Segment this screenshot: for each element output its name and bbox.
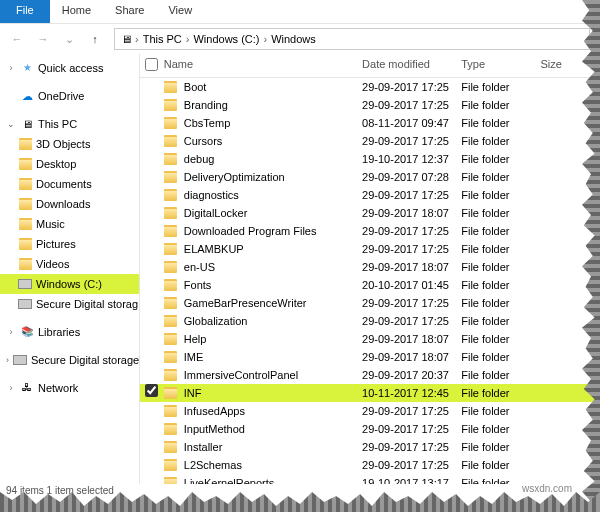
nav-label: Desktop xyxy=(36,156,76,172)
nav-pictures[interactable]: Pictures xyxy=(0,234,139,254)
nav-label: This PC xyxy=(38,116,77,132)
table-row[interactable]: Boot29-09-2017 17:25File folder xyxy=(140,78,600,96)
table-row[interactable]: L2Schemas29-09-2017 17:25File folder xyxy=(140,456,600,474)
folder-icon xyxy=(18,237,32,251)
file-type: File folder xyxy=(461,438,540,456)
file-type: File folder xyxy=(461,330,540,348)
folder-icon xyxy=(18,197,32,211)
breadcrumb-windows[interactable]: Windows xyxy=(269,33,318,45)
file-date: 29-09-2017 07:28 xyxy=(362,168,461,186)
folder-icon xyxy=(18,137,32,151)
address-bar[interactable]: › This PC › Windows (C:) › Windows xyxy=(114,28,590,50)
table-row[interactable]: CbsTemp08-11-2017 09:47File folder xyxy=(140,114,600,132)
select-all-checkbox[interactable] xyxy=(145,58,158,71)
file-name: ImmersiveControlPanel xyxy=(184,366,298,384)
col-checkbox[interactable] xyxy=(140,58,164,73)
nav-label: Music xyxy=(36,216,65,232)
folder-icon xyxy=(164,296,178,310)
table-row[interactable]: Help29-09-2017 18:07File folder xyxy=(140,330,600,348)
file-type: File folder xyxy=(461,150,540,168)
file-name: Installer xyxy=(184,438,223,456)
table-row[interactable]: Downloaded Program Files29-09-2017 17:25… xyxy=(140,222,600,240)
pc-icon xyxy=(20,117,34,131)
table-row[interactable]: INF10-11-2017 12:45File folder xyxy=(140,384,600,402)
nav-label: Network xyxy=(38,380,78,396)
file-name: Globalization xyxy=(184,312,248,330)
nav-label: Secure Digital storag xyxy=(36,296,138,312)
file-name: Boot xyxy=(184,78,207,96)
navigation-pane: ›Quick access OneDrive ⌄This PC 3D Objec… xyxy=(0,54,140,484)
file-date: 20-10-2017 01:45 xyxy=(362,276,461,294)
nav-sds2[interactable]: ›Secure Digital storage xyxy=(0,350,139,370)
file-type: File folder xyxy=(461,348,540,366)
table-row[interactable]: ImmersiveControlPanel29-09-2017 20:37Fil… xyxy=(140,366,600,384)
content-area: ›Quick access OneDrive ⌄This PC 3D Objec… xyxy=(0,54,600,484)
file-date: 29-09-2017 17:25 xyxy=(362,222,461,240)
table-row[interactable]: debug19-10-2017 12:37File folder xyxy=(140,150,600,168)
table-row[interactable]: ELAMBKUP29-09-2017 17:25File folder xyxy=(140,240,600,258)
table-row[interactable]: IME29-09-2017 18:07File folder xyxy=(140,348,600,366)
table-row[interactable]: Branding29-09-2017 17:25File folder xyxy=(140,96,600,114)
folder-icon xyxy=(164,278,178,292)
tab-home[interactable]: Home xyxy=(50,0,103,23)
folder-icon xyxy=(18,157,32,171)
nav-3dobjects[interactable]: 3D Objects xyxy=(0,134,139,154)
file-type: File folder xyxy=(461,402,540,420)
nav-label: Pictures xyxy=(36,236,76,252)
file-type: File folder xyxy=(461,222,540,240)
table-row[interactable]: Installer29-09-2017 17:25File folder xyxy=(140,438,600,456)
file-name: InputMethod xyxy=(184,420,245,438)
file-name: INF xyxy=(184,384,202,402)
breadcrumb-thispc[interactable]: This PC xyxy=(141,33,184,45)
file-name: en-US xyxy=(184,258,215,276)
nav-thispc[interactable]: ⌄This PC xyxy=(0,114,139,134)
tab-file[interactable]: File xyxy=(0,0,50,23)
nav-music[interactable]: Music xyxy=(0,214,139,234)
cloud-icon xyxy=(20,89,34,103)
ribbon-tabs: File Home Share View xyxy=(0,0,600,24)
back-button[interactable]: ← xyxy=(6,28,28,50)
table-row[interactable]: GameBarPresenceWriter29-09-2017 17:25Fil… xyxy=(140,294,600,312)
nav-quick-access[interactable]: ›Quick access xyxy=(0,58,139,78)
folder-icon xyxy=(164,260,178,274)
nav-label: Documents xyxy=(36,176,92,192)
file-type: File folder xyxy=(461,366,540,384)
table-row[interactable]: Fonts20-10-2017 01:45File folder xyxy=(140,276,600,294)
nav-windowsc[interactable]: Windows (C:) xyxy=(0,274,139,294)
table-row[interactable]: en-US29-09-2017 18:07File folder xyxy=(140,258,600,276)
table-row[interactable]: Globalization29-09-2017 17:25File folder xyxy=(140,312,600,330)
nav-desktop[interactable]: Desktop xyxy=(0,154,139,174)
breadcrumb-drive[interactable]: Windows (C:) xyxy=(191,33,261,45)
nav-label: Secure Digital storage xyxy=(31,352,139,368)
col-type[interactable]: Type xyxy=(461,58,540,73)
folder-icon xyxy=(164,98,178,112)
table-row[interactable]: Cursors29-09-2017 17:25File folder xyxy=(140,132,600,150)
folder-icon xyxy=(18,217,32,231)
nav-network[interactable]: ›Network xyxy=(0,378,139,398)
nav-label: Videos xyxy=(36,256,69,272)
table-row[interactable]: DigitalLocker29-09-2017 18:07File folder xyxy=(140,204,600,222)
col-name[interactable]: Name xyxy=(164,58,362,73)
file-name: LiveKernelReports xyxy=(184,474,275,484)
table-row[interactable]: DeliveryOptimization29-09-2017 07:28File… xyxy=(140,168,600,186)
forward-button[interactable]: → xyxy=(32,28,54,50)
nav-documents[interactable]: Documents xyxy=(0,174,139,194)
tab-view[interactable]: View xyxy=(156,0,204,23)
nav-sds1[interactable]: Secure Digital storag xyxy=(0,294,139,314)
file-date: 29-09-2017 18:07 xyxy=(362,330,461,348)
col-date[interactable]: Date modified xyxy=(362,58,461,73)
up-button[interactable]: ↑ xyxy=(84,28,106,50)
table-row[interactable]: diagnostics29-09-2017 17:25File folder xyxy=(140,186,600,204)
file-date: 08-11-2017 09:47 xyxy=(362,114,461,132)
nav-onedrive[interactable]: OneDrive xyxy=(0,86,139,106)
nav-libraries[interactable]: ›Libraries xyxy=(0,322,139,342)
file-date: 29-09-2017 17:25 xyxy=(362,186,461,204)
nav-videos[interactable]: Videos xyxy=(0,254,139,274)
nav-downloads[interactable]: Downloads xyxy=(0,194,139,214)
recent-dropdown[interactable]: ⌄ xyxy=(58,28,80,50)
tab-share[interactable]: Share xyxy=(103,0,156,23)
file-type: File folder xyxy=(461,456,540,474)
row-checkbox[interactable] xyxy=(140,384,164,402)
table-row[interactable]: InfusedApps29-09-2017 17:25File folder xyxy=(140,402,600,420)
table-row[interactable]: InputMethod29-09-2017 17:25File folder xyxy=(140,420,600,438)
